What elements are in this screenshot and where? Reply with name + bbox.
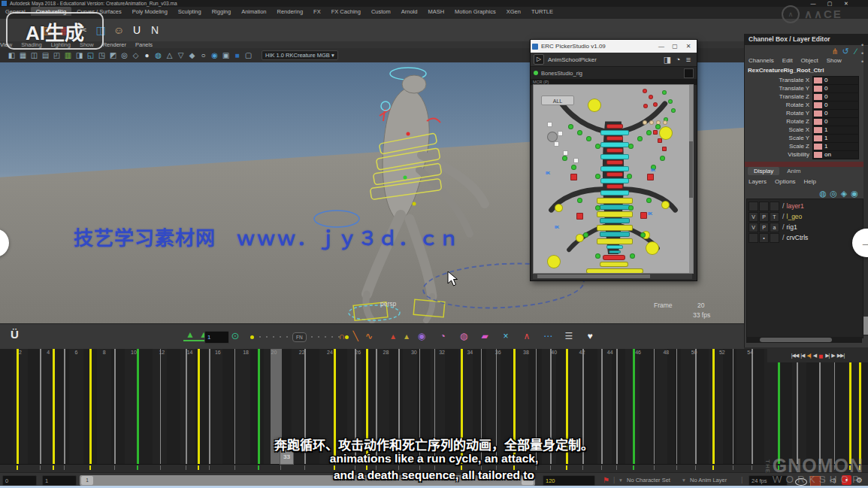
picker-belly-teal-button[interactable]	[600, 205, 630, 210]
picker-limb-ctrl-button[interactable]	[555, 204, 563, 212]
range-slider-left-handle[interactable]: 1	[81, 476, 93, 485]
picker-joint-button[interactable]	[637, 136, 643, 141]
picker-joint-button[interactable]	[660, 156, 665, 161]
layer-toggle[interactable]	[770, 202, 779, 211]
toolbar-icon[interactable]: ▽	[175, 49, 186, 62]
layer-menu-options[interactable]: Options	[775, 178, 796, 185]
n-shelf-icon[interactable]: N	[146, 20, 164, 41]
overflow-dots-icon[interactable]: •••	[861, 41, 863, 66]
layer-toggle[interactable]	[749, 202, 758, 211]
current-frame-marker[interactable]	[271, 349, 282, 464]
picker-joint-button[interactable]	[646, 130, 652, 135]
heart-icon[interactable]: ♥	[583, 324, 597, 348]
shelf-tab-arnold[interactable]: Arnold	[396, 7, 423, 16]
step-forward-key-button[interactable]: ▶	[831, 353, 834, 359]
minimize-button[interactable]: —	[655, 43, 668, 50]
stepped-tangent-icon[interactable]: ∿	[362, 324, 376, 348]
picker-action-button[interactable]	[586, 268, 643, 274]
dots-icon[interactable]: ⋯	[541, 324, 555, 348]
picker-ik-label[interactable]: IK	[546, 171, 550, 175]
toolbar-icon[interactable]: △	[164, 49, 175, 62]
picker-tab-label[interactable]: AnimSchoolPicker	[548, 56, 597, 63]
selected-node-name[interactable]: RexCreatureRig_Root_Ctrl	[748, 67, 824, 74]
picker-mini-button[interactable]	[662, 147, 667, 151]
tween-end-dot[interactable]	[250, 335, 254, 339]
menu-icon[interactable]: ≡	[683, 54, 694, 65]
spline-tangent-icon[interactable]: ∩	[335, 324, 349, 348]
shelf-tab-sculpting[interactable]: Sculpting	[173, 7, 207, 16]
picker-joint-button[interactable]	[577, 198, 582, 203]
picker-pole-button[interactable]	[647, 174, 654, 180]
picker-joint-button[interactable]	[630, 253, 635, 259]
jack-icon[interactable]: ×	[499, 324, 513, 348]
hik-character-dropdown[interactable]: HIK 1.0 RKCreature MGB ▾	[262, 50, 338, 60]
picker-finger-button[interactable]	[547, 122, 552, 127]
title-bar[interactable]: Autodesk Maya 2018 - Educational Version…	[0, 0, 868, 7]
channelbox-menu-show[interactable]: Show	[827, 57, 842, 64]
layer-row[interactable]: /layer1	[747, 201, 863, 211]
picker-pole-button[interactable]	[576, 213, 583, 220]
picker-joint-button[interactable]	[595, 253, 600, 259]
picker-joint-button[interactable]	[627, 174, 632, 179]
picker-joint-button[interactable]	[595, 174, 600, 179]
picker-joint-button[interactable]	[586, 136, 591, 141]
select-tool-icon[interactable]: ◉	[415, 324, 428, 348]
pencil-icon[interactable]: ∕	[851, 46, 861, 56]
layer-toggle[interactable]: a	[770, 223, 779, 232]
layer-tab-anim[interactable]: Anim	[781, 167, 806, 175]
clock-icon[interactable]: ◔	[673, 54, 683, 65]
picker-cream-dot-button[interactable]	[643, 120, 647, 125]
layer-name[interactable]: l_geo	[787, 213, 803, 220]
layer-hscrollbar[interactable]	[746, 337, 862, 343]
anim-start-field[interactable]: 0	[2, 475, 37, 486]
picker-cursor-icon[interactable]: ▷	[534, 54, 544, 65]
picker-finger-button[interactable]	[563, 150, 568, 156]
layer-toggle[interactable]: V	[749, 212, 758, 222]
move-up-icon[interactable]: ◈	[839, 188, 849, 199]
picker-joint-button[interactable]	[571, 165, 576, 170]
picker-mini-button[interactable]	[684, 68, 694, 78]
picker-character-dropdown[interactable]: BonesStudio_rig	[541, 70, 582, 77]
picker-spine-red-button[interactable]	[606, 172, 623, 177]
picker-red-dot-button[interactable]	[653, 102, 658, 107]
stop-button[interactable]: ■	[818, 352, 823, 360]
picker-joint-button[interactable]	[628, 144, 634, 149]
linear-tangent-icon[interactable]: ╲	[349, 324, 362, 348]
picker-spine-cyan-button[interactable]	[600, 166, 629, 171]
picker-limb-ctrl-button[interactable]	[661, 201, 670, 209]
shelf-tab-rigging[interactable]: Rigging	[207, 7, 236, 16]
red-marker-icon[interactable]: ▴	[386, 324, 400, 348]
monkey-icon[interactable]: ☺	[110, 20, 128, 41]
layer-toggle[interactable]: •	[759, 233, 769, 243]
picker-spine-red-button[interactable]	[606, 148, 623, 153]
picker-hscrollbar[interactable]	[533, 274, 692, 279]
bookmark-flag-icon[interactable]: ⚑	[603, 475, 609, 486]
step-back-frame-button[interactable]: |◀	[800, 353, 804, 359]
range-slider-right-handle[interactable]	[522, 476, 534, 485]
picker-spine-cyan-button[interactable]	[600, 154, 629, 159]
shelf-tab-motion-graphics[interactable]: Motion Graphics	[449, 7, 501, 16]
toolbar-icon[interactable]: ◰	[51, 49, 62, 62]
layer-menu-layers[interactable]: Layers	[749, 178, 767, 185]
current-frame-field[interactable]: 1	[204, 331, 229, 344]
picker-joint-button[interactable]	[646, 198, 652, 203]
toolbar-icon[interactable]: ◱	[85, 49, 96, 62]
toolbar-icon[interactable]: ◨	[74, 49, 85, 62]
layer-toggle[interactable]: P	[759, 212, 769, 222]
layer-name[interactable]: crvCtrls	[787, 234, 809, 241]
picker-mini-button[interactable]	[653, 130, 658, 135]
picker-joint-button[interactable]	[562, 156, 567, 161]
spray-icon[interactable]: ☰	[562, 324, 576, 348]
layer-toggle[interactable]	[759, 202, 769, 211]
yellow-marker-icon[interactable]: ▴	[400, 324, 413, 348]
layer-toggle[interactable]	[749, 233, 758, 243]
toolbar-icon[interactable]: ◉	[209, 49, 220, 62]
u-shelf-icon[interactable]: U	[128, 20, 146, 41]
picker-action-button[interactable]	[603, 255, 625, 260]
shelf-tab-turtle[interactable]: TURTLE	[526, 7, 558, 16]
toolbar-icon[interactable]: ▦	[17, 49, 29, 62]
new-empty-layer-icon[interactable]: ◎	[828, 188, 839, 199]
import-key-icon[interactable]: ▲	[183, 331, 197, 341]
picker-ik-label[interactable]: IK	[648, 211, 652, 216]
go-to-start-button[interactable]: |◀◀	[791, 353, 799, 359]
